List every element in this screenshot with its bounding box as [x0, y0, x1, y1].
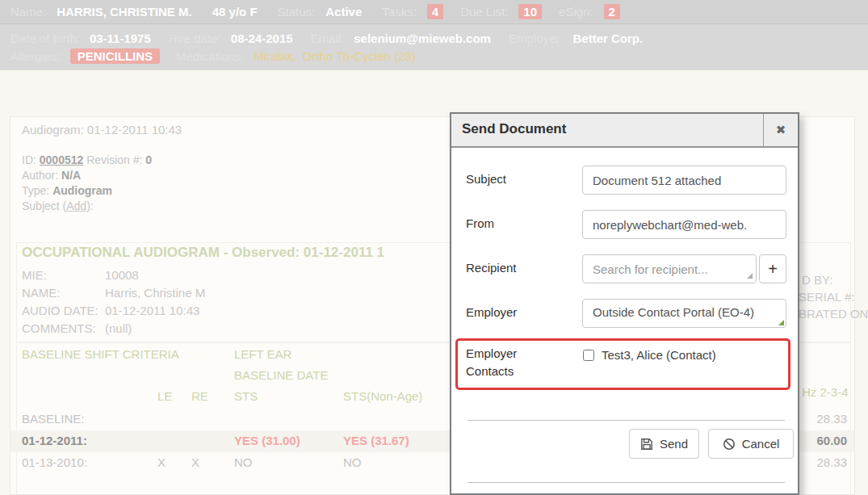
email-label: Email:: [311, 31, 345, 45]
from-input[interactable]: [582, 210, 786, 239]
dob-value: 03-11-1975: [90, 31, 151, 45]
document-id-link[interactable]: 0000512: [40, 153, 84, 166]
calibrated-fragment: BRATED ON: [799, 307, 868, 321]
col-header-le: LE: [157, 389, 172, 403]
add-recipient-button[interactable]: +: [759, 254, 786, 283]
name-label: Name:: [10, 5, 46, 19]
select-corner-icon: [778, 320, 784, 325]
due-list-label: Due List:: [460, 5, 508, 19]
employer-contact-option-label: Test3, Alice (Contact): [602, 348, 716, 362]
from-field-label: From: [466, 216, 494, 230]
modal-header[interactable]: Send Document ✖: [451, 114, 798, 148]
name-row-label: NAME:: [22, 286, 61, 300]
sts-non-age-cell: YES (31.67): [343, 434, 409, 447]
subject-prefix: Subject (: [22, 199, 66, 212]
medication-link[interactable]: Miralax,: [254, 49, 296, 63]
tasks-label: Tasks:: [382, 5, 417, 19]
document-author-line: Author: N/A: [22, 169, 81, 182]
le-cell: X: [157, 455, 166, 469]
modal-title: Send Document: [462, 121, 566, 137]
email-value: selenium@mieweb.com: [354, 31, 491, 45]
allergies-label: Allergies:: [10, 49, 61, 63]
status-value: Active: [325, 5, 362, 19]
ban-icon: [723, 438, 736, 451]
allergy-badge[interactable]: PENICILLINS: [70, 48, 160, 64]
send-button[interactable]: Send: [629, 429, 699, 459]
col-header-re: RE: [191, 389, 208, 403]
employer-selected-value: Outside Contact Portal (EO-4): [593, 305, 754, 319]
type-value: Audiogram: [52, 184, 112, 197]
subject-add-link[interactable]: Add: [66, 199, 86, 212]
report-title: OCCUPATIONAL AUDIOGRAM - Observed: 01-12…: [22, 245, 384, 261]
hire-date-value: 08-24-2015: [231, 31, 293, 45]
baseline-date-heading: BASELINE DATE: [234, 368, 328, 382]
revision-label: Revision #:: [86, 153, 142, 166]
author-value: N/A: [61, 169, 81, 182]
sts-cell: YES (31.00): [234, 434, 300, 447]
id-label: ID:: [22, 153, 36, 166]
app-window: Name: HARRIS, CHRISTINE M. 48 y/o F Stat…: [0, 0, 868, 495]
subject-field-label: Subject: [466, 172, 506, 186]
due-list-count-badge[interactable]: 10: [518, 4, 542, 19]
document-type-line: Type: Audiogram: [22, 184, 112, 197]
employer-contacts-label: Employer Contacts: [466, 345, 539, 380]
employer-label: Employer:: [509, 31, 564, 45]
sts-cell: NO: [234, 455, 253, 469]
employer-value: Better Corp.: [572, 31, 643, 45]
employer-contact-checkbox[interactable]: [583, 350, 594, 361]
dob-label: Date of birth:: [10, 31, 80, 45]
subject-input[interactable]: [582, 166, 786, 195]
table-row-right-value: 28.33: [795, 412, 847, 426]
medication-link[interactable]: Ortho Tri-Cyclen (28): [303, 49, 416, 63]
footer-divider: [468, 420, 785, 421]
left-ear-heading: LEFT EAR: [234, 347, 291, 361]
table-row-label: 01-13-2010:: [22, 455, 87, 469]
cancel-button-label: Cancel: [742, 437, 780, 451]
serial-fragment: SERIAL #:: [799, 290, 854, 304]
audio-date-label: AUDIO DATE:: [22, 304, 99, 317]
table-row-right-value: 28.33: [795, 455, 847, 469]
medications-label: Medications:: [176, 49, 244, 63]
tasks-count-badge[interactable]: 4: [427, 4, 443, 19]
table-row-right-value: 60.00: [795, 434, 847, 447]
demographics-row: Date of birth: 03-11-1975 Hire date: 08-…: [10, 31, 868, 45]
comments-label: COMMENTS:: [22, 321, 96, 335]
table-row-label: BASELINE:: [22, 412, 85, 426]
baseline-section-title: BASELINE SHIFT CRITERIA: [22, 347, 179, 361]
author-label: Author:: [22, 169, 58, 182]
mie-value: 10008: [105, 268, 139, 282]
cancel-button[interactable]: Cancel: [708, 429, 794, 459]
audio-date-value: 01-12-2011 10:43: [105, 304, 199, 317]
document-header: Audiogram: 01-12-2011 10:43: [22, 123, 182, 136]
tested-by-fragment: D BY:: [802, 273, 832, 287]
patient-banner-row1: Name: HARRIS, CHRISTINE M. 48 y/o F Stat…: [0, 0, 868, 23]
name-row-value: Harris, Christine M: [105, 286, 205, 300]
re-cell: X: [191, 455, 199, 469]
recipient-search-input[interactable]: [582, 254, 757, 283]
comments-value: (null): [105, 321, 132, 335]
subject-suffix: ):: [86, 199, 94, 212]
patient-name: HARRIS, CHRISTINE M.: [57, 5, 192, 19]
employer-field-label: Employer: [466, 305, 517, 319]
allergies-medications-row: Allergies: PENICILLINS Medications: Mira…: [10, 48, 868, 64]
close-button[interactable]: ✖: [763, 114, 798, 146]
employer-select[interactable]: Outside Contact Portal (EO-4): [582, 299, 786, 328]
save-icon: [640, 438, 653, 451]
col-header-sts: STS: [234, 389, 258, 403]
send-document-modal: Send Document ✖ Subject From Recipient +…: [450, 112, 799, 495]
status-label: Status:: [278, 5, 316, 19]
col-header-sts-non-age: STS(Non-Age): [343, 389, 422, 403]
resize-handle-icon: [747, 273, 753, 279]
mie-label: MIE:: [22, 268, 47, 282]
esign-count-badge[interactable]: 2: [604, 4, 620, 19]
table-row-label: 01-12-2011:: [22, 434, 87, 447]
revision-value: 0: [145, 153, 152, 166]
bottom-divider: [468, 482, 785, 483]
document-id-line: ID: 0000512 Revision #: 0: [22, 153, 152, 166]
patient-age-sex: 48 y/o F: [212, 5, 258, 19]
send-button-label: Send: [660, 437, 688, 451]
hire-date-label: Hire date:: [169, 31, 221, 45]
type-label: Type:: [22, 184, 49, 197]
esign-label: eSign:: [559, 5, 593, 19]
right-column-heading: Hz 2-3-4: [802, 385, 849, 399]
